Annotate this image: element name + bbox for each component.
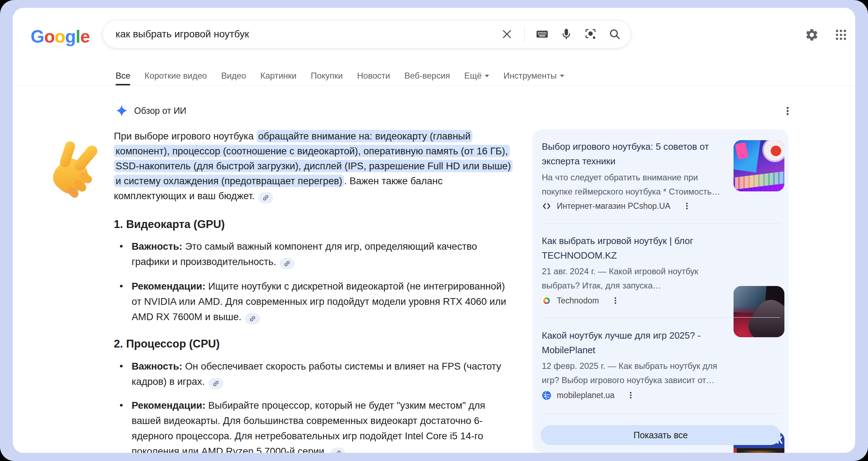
citation-link-button[interactable] — [330, 447, 345, 453]
ai-overview-more-button[interactable] — [780, 104, 795, 118]
settings-button[interactable] — [805, 28, 819, 42]
kebab-menu-icon — [782, 106, 793, 116]
result-more-button[interactable] — [625, 389, 637, 401]
google-logo[interactable]: Google — [31, 28, 90, 46]
microphone-icon — [560, 28, 573, 41]
bullet-text: Он обеспечивает скорость работы системы … — [132, 361, 501, 387]
tab-shopping[interactable]: Покупки — [311, 66, 343, 85]
ai-overview-intro: При выборе игрового ноутбука обращайте в… — [114, 129, 518, 203]
section-heading-cpu: 2. Процессор (CPU) — [114, 338, 220, 350]
ai-sparkle-icon — [116, 105, 128, 117]
bullet-text: Это самый важный компонент для игр, опре… — [132, 241, 477, 267]
result-more-button[interactable] — [609, 295, 621, 307]
result-more-button[interactable] — [681, 200, 693, 212]
citation-link-button[interactable] — [245, 313, 260, 324]
citation-link-button[interactable] — [208, 378, 223, 389]
result-source-mobileplanet[interactable]: mobileplanet.ua — [542, 389, 637, 401]
result-source-pcshop[interactable]: Интернет-магазин PCshop.UA — [542, 200, 693, 212]
bullet-label: Рекомендации: — [132, 400, 206, 411]
source-name: Technodom — [557, 296, 599, 306]
bullet-label: Важность: — [132, 241, 182, 252]
source-name: mobileplanet.ua — [557, 391, 614, 400]
bullet-gpu-recommendation: Рекомендации: Ищите ноутбуки с дискретно… — [114, 279, 512, 324]
related-results-panel: Выбор игрового ноутбука: 5 советов от эк… — [533, 129, 789, 453]
result-type-tabs: Все Короткие видео Видео Картинки Покупк… — [116, 66, 564, 85]
result-thumbnail-pcshop[interactable] — [734, 140, 784, 191]
google-lens-icon — [584, 28, 597, 41]
tab-videos[interactable]: Видео — [221, 66, 246, 85]
code-brackets-icon — [542, 201, 551, 211]
gear-icon — [805, 28, 819, 42]
result-title-mobileplanet[interactable]: Какой ноутбук лучше для игр 2025? - Mobi… — [542, 328, 725, 357]
chevron-down-icon — [560, 75, 564, 77]
logo-letter: g — [65, 27, 76, 47]
result-title-pcshop[interactable]: Выбор игрового ноутбука: 5 советов от эк… — [542, 139, 725, 169]
panel-divider — [541, 223, 780, 224]
tab-all[interactable]: Все — [116, 66, 130, 85]
search-icon — [608, 28, 621, 41]
voice-search-button[interactable] — [560, 27, 573, 41]
citation-link-button[interactable] — [280, 258, 295, 269]
source-name: Интернет-магазин PCshop.UA — [557, 201, 671, 211]
bullet-label: Рекомендации: — [132, 281, 206, 292]
section-heading-gpu: 1. Видеокарта (GPU) — [114, 218, 225, 231]
tab-short-videos[interactable]: Короткие видео — [144, 66, 207, 85]
keyboard-button[interactable] — [535, 27, 549, 41]
bullet-cpu-importance: Важность: Он обеспечивает скорость работ… — [114, 359, 512, 389]
tab-more[interactable]: Ещё — [464, 66, 489, 85]
globe-icon — [542, 391, 551, 400]
tab-images[interactable]: Картинки — [260, 66, 297, 85]
technodom-favicon — [542, 296, 551, 306]
tab-more-label: Ещё — [464, 71, 482, 81]
result-snippet-mobileplanet: 12 февр. 2025 г. — Как выбрать ноутбук д… — [542, 359, 725, 387]
bullet-label: Важность: — [132, 361, 182, 372]
logo-letter: l — [76, 27, 80, 47]
logo-letter: o — [54, 27, 65, 47]
apps-grid-icon — [834, 28, 848, 42]
logo-letter: e — [80, 27, 90, 47]
result-snippet-technodom: 21 авг. 2024 г. — Какой игровой ноутбук … — [542, 264, 725, 293]
search-divider — [524, 26, 525, 42]
show-all-button[interactable]: Показать все — [541, 425, 780, 445]
lens-search-button[interactable] — [584, 27, 597, 41]
tab-tools[interactable]: Инструменты — [503, 66, 564, 85]
result-source-technodom[interactable]: Technodom — [542, 295, 621, 307]
search-bar[interactable]: как выбрать игровой ноутбук — [102, 20, 631, 48]
tab-web[interactable]: Веб-версия — [404, 66, 450, 85]
ai-overview-label: Обзор от ИИ — [134, 106, 186, 116]
chevron-down-icon — [485, 75, 489, 77]
page-background: Google как выбрать игровой ноутбук — [0, 0, 868, 461]
search-input[interactable]: как выбрать игровой ноутбук — [116, 28, 500, 40]
logo-letter: G — [31, 27, 44, 47]
pointing-hand-emoji — [46, 137, 103, 204]
intro-pre: При выборе игрового ноутбука — [114, 131, 256, 142]
tab-tools-label: Инструменты — [503, 71, 557, 81]
result-thumbnail-technodom[interactable] — [734, 286, 784, 337]
bullet-gpu-importance: Важность: Это самый важный компонент для… — [114, 239, 512, 269]
citation-link-button[interactable] — [258, 192, 273, 203]
close-icon — [501, 28, 513, 40]
bullet-cpu-recommendation: Рекомендации: Выбирайте процессор, котор… — [114, 398, 512, 453]
clear-search-button[interactable] — [500, 27, 514, 41]
panel-divider — [541, 317, 780, 318]
search-results-card: Google как выбрать игровой ноутбук — [13, 8, 855, 453]
search-submit-button[interactable] — [608, 27, 621, 41]
logo-letter: o — [44, 27, 55, 47]
panel-divider — [541, 413, 780, 414]
tabs-divider — [13, 85, 855, 86]
google-apps-button[interactable] — [834, 28, 848, 42]
result-snippet-pcshop: На что следует обратить внимание при пок… — [542, 170, 725, 199]
keyboard-icon — [536, 28, 549, 41]
tab-news[interactable]: Новости — [357, 66, 390, 85]
result-title-technodom[interactable]: Как выбрать игровой ноутбук | блог TECHN… — [542, 234, 725, 263]
